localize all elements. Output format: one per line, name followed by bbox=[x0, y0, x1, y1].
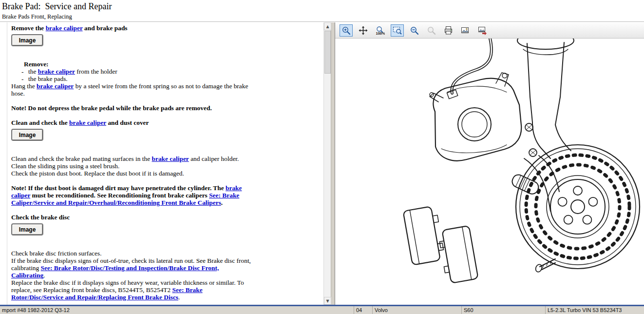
pan-icon bbox=[359, 26, 368, 35]
inline-link[interactable]: brake caliper bbox=[37, 82, 74, 90]
text-run: Remove the bbox=[11, 24, 46, 32]
text-run: Note! If the dust boot is damaged dirt m… bbox=[11, 184, 226, 192]
paragraph: Clean and check the brake pad mating sur… bbox=[11, 155, 251, 162]
paragraph: Hang the brake caliper by a steel wire f… bbox=[11, 82, 251, 97]
document-viewport: Remove the brake caliper and brake padsI… bbox=[7, 22, 323, 305]
text-run: . bbox=[43, 272, 45, 279]
paragraph: Note! If the dust boot is damaged dirt m… bbox=[11, 184, 251, 206]
paragraph: Remove the brake caliper and brake pads bbox=[11, 24, 251, 32]
brake-assembly-illustration bbox=[335, 39, 644, 305]
text-run: Check brake disc friction surfaces. bbox=[11, 250, 102, 257]
status-bar: mport #48 1982-2012 Q3-1204VolvoS60L5-2.… bbox=[0, 306, 644, 314]
blank-line bbox=[11, 235, 251, 242]
scrollbar-thumb[interactable] bbox=[324, 31, 331, 74]
zoom-100-icon: 100% bbox=[376, 26, 385, 35]
paragraph: Check the brake disc bbox=[11, 214, 251, 221]
status-field-4: L5-2.3L Turbo VIN 53 B5234T3 bbox=[546, 306, 644, 314]
blank-line bbox=[11, 112, 251, 119]
scroll-up-button[interactable]: ▲ bbox=[324, 22, 331, 30]
image-button[interactable]: Image bbox=[12, 35, 43, 46]
paragraph: Note! Do not depress the brake pedal whi… bbox=[11, 104, 251, 112]
zoom-previous-button bbox=[425, 24, 438, 37]
status-field-2: Volvo bbox=[373, 306, 462, 314]
inline-link[interactable]: See: Brake Rotor/Disc/Testing and Inspec… bbox=[11, 264, 219, 279]
status-field-3: S60 bbox=[462, 306, 546, 314]
status-field-1: 04 bbox=[354, 306, 373, 314]
image-button[interactable]: Image bbox=[12, 224, 43, 235]
pane-divider[interactable] bbox=[331, 22, 335, 305]
export-image-button[interactable] bbox=[476, 24, 489, 37]
text-run: Clean the sliding pins using a steel bru… bbox=[11, 162, 119, 170]
blank-line bbox=[11, 148, 251, 155]
pan-button[interactable] bbox=[357, 24, 370, 37]
inline-link[interactable]: brake caliper bbox=[38, 68, 75, 75]
page-title: Brake Pad: Service and Repair bbox=[2, 1, 112, 12]
paragraph: Remove: bbox=[11, 60, 251, 68]
blank-line bbox=[11, 46, 251, 53]
text-run: Check the piston dust boot. Replace the … bbox=[11, 170, 184, 177]
vertical-scrollbar[interactable]: ▲ ▼ bbox=[323, 22, 331, 305]
blank-line bbox=[11, 177, 251, 184]
text-run: . bbox=[178, 294, 180, 301]
zoom-in-icon bbox=[341, 26, 351, 35]
copy-image-icon bbox=[461, 26, 470, 35]
text-run: and caliper holder. bbox=[189, 155, 239, 162]
svg-text:100%: 100% bbox=[376, 31, 385, 35]
paragraph: Check the piston dust boot. Replace the … bbox=[11, 170, 251, 177]
export-image-icon bbox=[478, 26, 487, 35]
text-run: and brake pads bbox=[83, 24, 128, 32]
zoom-window-icon bbox=[393, 26, 402, 35]
inline-link[interactable]: brake caliper bbox=[152, 155, 189, 162]
list-text: the brake caliper from the holder bbox=[28, 68, 117, 75]
page-subtitle: Brake Pads Front, Replacing bbox=[2, 13, 72, 20]
zoom-out-button[interactable] bbox=[408, 24, 421, 37]
blank-line bbox=[11, 140, 251, 148]
print-icon bbox=[444, 26, 453, 35]
text-run: Clean and check the brake pad mating sur… bbox=[11, 155, 152, 162]
illustration-pane: 100% bbox=[335, 22, 644, 305]
print-button[interactable] bbox=[442, 24, 455, 37]
text-run: Note! Do not depress the brake pedal whi… bbox=[11, 104, 212, 112]
text-run: and dust cover bbox=[106, 119, 149, 126]
zoom-previous-icon bbox=[427, 26, 436, 35]
scroll-down-button[interactable]: ▼ bbox=[324, 297, 331, 305]
viewer-toolbar: 100% bbox=[335, 22, 644, 39]
list-item: -the brake caliper from the holder bbox=[11, 68, 251, 75]
image-button[interactable]: Image bbox=[12, 129, 43, 140]
text-run: Remove: bbox=[24, 60, 49, 68]
copy-image-button[interactable] bbox=[459, 24, 472, 37]
blank-line bbox=[11, 97, 251, 104]
zoom-100-button[interactable]: 100% bbox=[374, 24, 387, 37]
blank-line bbox=[11, 53, 251, 60]
paragraph: Check brake disc friction surfaces. bbox=[11, 250, 251, 257]
text-run: . bbox=[221, 199, 223, 206]
paragraph: Replace the brake disc if it displays si… bbox=[11, 279, 251, 301]
text-run: from the holder bbox=[75, 68, 117, 75]
zoom-in-button[interactable] bbox=[340, 24, 353, 37]
text-run: the bbox=[28, 68, 38, 75]
text-run: Clean and check the bbox=[11, 119, 69, 126]
blank-line bbox=[11, 242, 251, 250]
app-window: Brake Pad: Service and Repair Brake Pads… bbox=[0, 0, 644, 314]
zoom-window-button[interactable] bbox=[391, 24, 404, 37]
paragraph: If the brake disc displays signs of out-… bbox=[11, 257, 251, 279]
list-item: -the brake pads. bbox=[11, 75, 251, 82]
main-split: Remove the brake caliper and brake padsI… bbox=[0, 22, 644, 305]
list-text: the brake pads. bbox=[28, 75, 68, 82]
text-run: Replace the brake disc if it displays si… bbox=[11, 279, 244, 294]
paragraph: Clean and check the brake caliper and du… bbox=[11, 119, 251, 126]
zoom-out-icon bbox=[410, 26, 419, 35]
text-run: Hang the bbox=[11, 82, 37, 90]
paragraph: Clean the sliding pins using a steel bru… bbox=[11, 162, 251, 170]
list-dash: - bbox=[21, 75, 28, 82]
status-field-0: mport #48 1982-2012 Q3-12 bbox=[0, 306, 354, 314]
illustration-canvas[interactable] bbox=[335, 39, 644, 305]
text-run: the brake pads. bbox=[28, 75, 68, 82]
list-dash: - bbox=[21, 68, 28, 75]
blank-line bbox=[11, 206, 251, 214]
article-body: Remove the brake caliper and brake padsI… bbox=[7, 22, 251, 301]
inline-link[interactable]: brake caliper bbox=[46, 24, 83, 32]
inline-link[interactable]: brake caliper bbox=[69, 119, 106, 126]
text-run: Check the brake disc bbox=[11, 214, 70, 221]
document-header: Brake Pad: Service and Repair Brake Pads… bbox=[0, 0, 644, 22]
